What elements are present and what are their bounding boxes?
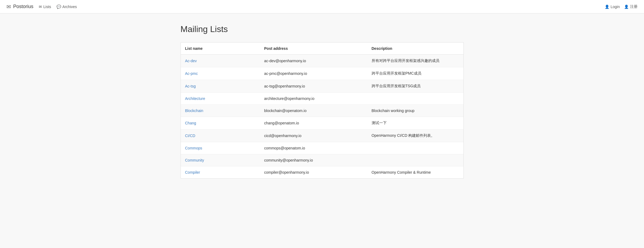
list-post-address: compiler@openharmony.io	[260, 166, 367, 179]
navbar-right: 👤 Login 👤 注册	[605, 4, 638, 9]
nav-lists-label: Lists	[43, 5, 51, 9]
login-link[interactable]: 👤 Login	[605, 5, 620, 9]
list-description: Blockchain working group	[367, 105, 463, 117]
list-name-link[interactable]: Ac-dev	[185, 59, 197, 63]
register-label: 注册	[630, 4, 638, 9]
list-description: 所有对跨平台应用开发框架感兴趣的成员	[367, 55, 463, 67]
register-icon: 👤	[624, 5, 629, 9]
table-row: Commopscommops@openatom.io	[181, 142, 463, 154]
list-post-address: community@openharmony.io	[260, 154, 367, 166]
login-icon: 👤	[605, 5, 609, 9]
list-description: OpenHarmony Compiler & Runtime	[367, 166, 463, 179]
table-row: Architecturearchitecture@openharmony.io	[181, 93, 463, 105]
list-post-address: ac-pmc@openharmony.io	[260, 67, 367, 80]
login-label: Login	[611, 5, 620, 9]
register-link[interactable]: 👤 注册	[624, 4, 638, 9]
archives-icon: 💬	[57, 5, 61, 9]
table-row: Changchang@openatom.io测试一下	[181, 117, 463, 130]
list-name-link[interactable]: Blockchain	[185, 109, 203, 113]
list-name-link[interactable]: Commops	[185, 146, 202, 150]
lists-icon: ✉	[39, 5, 42, 9]
col-header-post: Post address	[260, 43, 367, 55]
list-description: OpenHarmony CI/CD 构建邮件列表。	[367, 130, 463, 142]
list-description: 跨平台应用开发框架TSG成员	[367, 80, 463, 93]
nav-archives-label: Archives	[62, 5, 77, 9]
table-row: Blockchainblockchain@openatom.ioBlockcha…	[181, 105, 463, 117]
table-row: CI/CDcicd@openharmony.ioOpenHarmony CI/C…	[181, 130, 463, 142]
list-description: 测试一下	[367, 117, 463, 130]
list-post-address: chang@openatom.io	[260, 117, 367, 130]
table-row: Ac-tsgac-tsg@openharmony.io跨平台应用开发框架TSG成…	[181, 80, 463, 93]
list-name-link[interactable]: Chang	[185, 121, 196, 125]
main-content: Mailing Lists List name Post address Des…	[174, 13, 470, 189]
list-name-link[interactable]: Community	[185, 158, 204, 162]
table-row: Ac-devac-dev@openharmony.io所有对跨平台应用开发框架感…	[181, 55, 463, 67]
table-row: Communitycommunity@openharmony.io	[181, 154, 463, 166]
page-title: Mailing Lists	[181, 24, 464, 34]
navbar-left: ✉ Postorius ✉ Lists 💬 Archives	[6, 4, 77, 10]
col-header-desc: Description	[367, 43, 463, 55]
list-description	[367, 142, 463, 154]
list-description	[367, 154, 463, 166]
col-header-name: List name	[181, 43, 260, 55]
table-header-row: List name Post address Description	[181, 43, 463, 55]
table-row: Ac-pmcac-pmc@openharmony.io跨平台应用开发框架PMC成…	[181, 67, 463, 80]
navbar: ✉ Postorius ✉ Lists 💬 Archives 👤 Login 👤…	[0, 0, 644, 13]
brand-logo[interactable]: ✉ Postorius	[6, 4, 33, 10]
brand-label: Postorius	[13, 4, 33, 9]
list-name-link[interactable]: CI/CD	[185, 134, 195, 138]
nav-lists-link[interactable]: ✉ Lists	[39, 5, 51, 9]
list-name-link[interactable]: Ac-tsg	[185, 84, 196, 88]
list-post-address: ac-tsg@openharmony.io	[260, 80, 367, 93]
brand-icon: ✉	[6, 4, 11, 10]
mailing-lists-table: List name Post address Description Ac-de…	[181, 43, 463, 178]
list-name-link[interactable]: Compiler	[185, 170, 200, 174]
list-name-link[interactable]: Architecture	[185, 96, 205, 101]
list-post-address: cicd@openharmony.io	[260, 130, 367, 142]
list-description	[367, 93, 463, 105]
list-post-address: ac-dev@openharmony.io	[260, 55, 367, 67]
list-description: 跨平台应用开发框架PMC成员	[367, 67, 463, 80]
table-row: Compilercompiler@openharmony.ioOpenHarmo…	[181, 166, 463, 179]
mailing-lists-table-container: List name Post address Description Ac-de…	[181, 42, 464, 179]
list-post-address: commops@openatom.io	[260, 142, 367, 154]
list-post-address: blockchain@openatom.io	[260, 105, 367, 117]
nav-archives-link[interactable]: 💬 Archives	[57, 5, 77, 9]
list-post-address: architecture@openharmony.io	[260, 93, 367, 105]
list-name-link[interactable]: Ac-pmc	[185, 71, 198, 76]
